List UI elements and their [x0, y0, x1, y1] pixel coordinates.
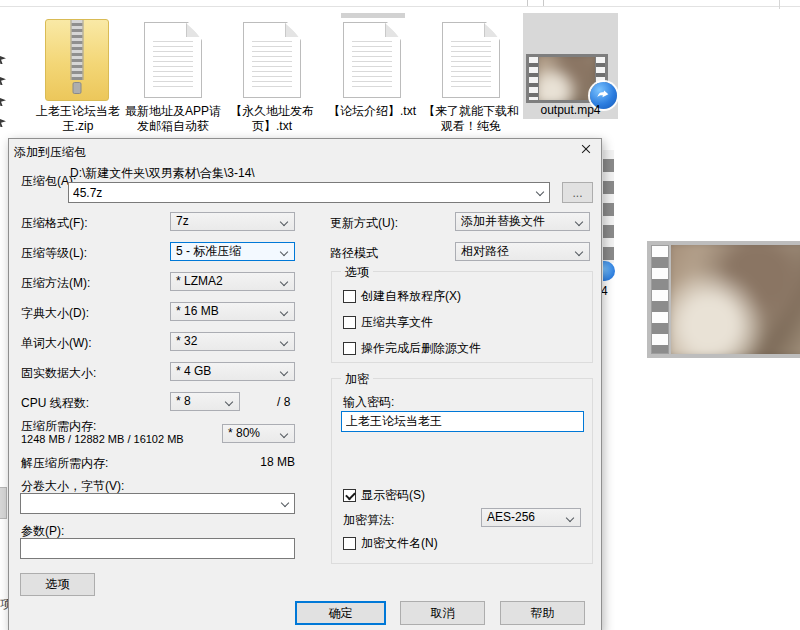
encrypt-filenames-checkbox[interactable]: 加密文件名(N)	[343, 535, 438, 552]
dictionary-label: 字典大小(D):	[21, 305, 89, 322]
decompress-memory-label: 解压缩所需内存:	[21, 455, 108, 472]
filmstrip-holes	[529, 57, 538, 100]
media-overlay-icon-fragment	[603, 261, 615, 281]
file-label: output.mp4	[523, 103, 618, 118]
window-edge-line	[779, 0, 780, 9]
file-label: 【来了就能下载和观看！纯免	[423, 104, 519, 134]
path-mode-combo[interactable]: 相对路径	[455, 242, 590, 261]
cpu-threads-combo[interactable]: * 8	[170, 392, 240, 411]
parameters-input[interactable]	[20, 538, 295, 559]
ok-button[interactable]: 确定	[295, 601, 386, 625]
combo-value: * 8	[176, 394, 191, 408]
update-mode-combo[interactable]: 添加并替换文件	[455, 212, 590, 231]
combo-value: 7z	[176, 214, 189, 228]
combo-value: * LZMA2	[176, 274, 223, 288]
desktop-file-zip[interactable]: 上老王论坛当老王.zip	[28, 14, 128, 132]
desktop-file-video-selected[interactable]: output.mp4	[523, 13, 618, 119]
method-combo[interactable]: * LZMA2	[170, 272, 295, 291]
close-button[interactable]	[571, 139, 601, 159]
zipper-icon	[71, 20, 84, 80]
pin-icon	[0, 55, 6, 64]
chevron-down-icon	[575, 248, 583, 256]
combo-value: * 4 GB	[176, 364, 211, 378]
archive-path: D:\新建文件夹\双男素材\合集\3-14\	[70, 165, 255, 182]
background-window-fragment	[0, 487, 7, 519]
video-preview-filmstrip[interactable]	[647, 241, 800, 358]
path-mode-label: 路径模式	[330, 245, 378, 262]
chevron-down-icon	[280, 430, 288, 438]
checkbox-label: 加密文件名(N)	[361, 535, 438, 552]
chevron-down-icon	[280, 368, 288, 376]
encryption-method-combo[interactable]: AES-256	[481, 508, 581, 527]
level-label: 压缩等级(L):	[21, 245, 87, 262]
archive-name-input[interactable]	[68, 182, 550, 203]
checkbox-label: 创建自释放程序(X)	[361, 288, 461, 305]
group-title: 选项	[341, 264, 373, 281]
combo-value: 相对路径	[461, 244, 509, 258]
cancel-button[interactable]: 取消	[400, 601, 485, 625]
checkbox-label: 显示密码(S)	[361, 487, 425, 504]
text-file-icon	[343, 22, 401, 98]
desktop-file-txt[interactable]: 最新地址及APP请发邮箱自动获	[123, 14, 223, 132]
combo-value: 5 - 标准压缩	[176, 244, 241, 258]
checkbox-icon	[343, 290, 356, 303]
video-thumbnail-placeholder	[539, 57, 595, 100]
desktop-file-txt[interactable]: 【论坛介绍】.txt	[318, 14, 426, 132]
word-size-combo[interactable]: * 32	[170, 332, 295, 351]
file-label: 【永久地址发布页】.txt	[224, 104, 320, 134]
window-edge-tick	[543, 0, 544, 6]
volume-size-input[interactable]	[20, 493, 295, 514]
shared-files-checkbox[interactable]: 压缩共享文件	[343, 314, 433, 331]
archive-name-combo[interactable]	[68, 182, 550, 203]
combo-value: * 32	[176, 334, 197, 348]
chevron-down-icon	[280, 308, 288, 316]
update-mode-label: 更新方式(U):	[330, 215, 398, 232]
window-edge-tick	[527, 0, 528, 6]
options-button[interactable]: 选项	[20, 573, 95, 596]
chevron-down-icon	[280, 218, 288, 226]
checkbox-icon	[343, 537, 356, 550]
chevron-down-icon	[280, 278, 288, 286]
combo-value: * 80%	[228, 426, 260, 440]
browse-button[interactable]: ...	[562, 182, 593, 203]
desktop: 项目 上老王论坛当老王.zip 最新地址及APP请发邮箱自动获 【永久地址发布页…	[0, 0, 800, 630]
desktop-file-txt[interactable]: 【永久地址发布页】.txt	[222, 14, 322, 132]
text-file-icon	[442, 22, 500, 98]
password-input[interactable]	[341, 411, 584, 432]
create-sfx-checkbox[interactable]: 创建自释放程序(X)	[343, 288, 461, 305]
background-video-icon-fragment	[603, 150, 614, 263]
combo-value: * 16 MB	[176, 304, 219, 318]
cpu-threads-max: / 8	[277, 395, 290, 409]
filmstrip-holes	[651, 245, 669, 354]
level-combo[interactable]: 5 - 标准压缩	[170, 242, 295, 261]
method-label: 压缩方法(M):	[21, 275, 90, 292]
window-edge-line	[0, 6, 800, 7]
close-icon	[581, 144, 592, 155]
password-label: 输入密码:	[343, 394, 394, 411]
show-password-checkbox[interactable]: 显示密码(S)	[343, 487, 425, 504]
encryption-group: 加密 输入密码: 显示密码(S) 加密算法: AES-256 加密文件名(N)	[331, 378, 593, 564]
decompress-memory-value: 18 MB	[245, 455, 295, 469]
dialog-title: 添加到压缩包	[14, 144, 86, 161]
solid-block-combo[interactable]: * 4 GB	[170, 362, 295, 381]
checkbox-icon	[343, 489, 356, 502]
desktop-file-txt[interactable]: 【来了就能下载和观看！纯免	[420, 14, 522, 132]
options-group: 选项 创建自释放程序(X) 压缩共享文件 操作完成后删除源文件	[331, 271, 593, 363]
file-label: 上老王论坛当老王.zip	[30, 104, 126, 134]
memory-usage-value: 1248 MB / 12882 MB / 16102 MB	[21, 433, 184, 445]
help-button[interactable]: 帮助	[500, 601, 585, 625]
zip-file-icon	[45, 19, 109, 101]
pin-icon	[0, 118, 6, 127]
pin-icon	[0, 97, 6, 106]
delete-after-checkbox[interactable]: 操作完成后删除源文件	[343, 340, 481, 357]
word-size-label: 单词大小(W):	[21, 335, 92, 352]
chevron-down-icon	[280, 338, 288, 346]
checkbox-label: 操作完成后删除源文件	[361, 340, 481, 357]
checkbox-icon	[343, 316, 356, 329]
dictionary-combo[interactable]: * 16 MB	[170, 302, 295, 321]
format-combo[interactable]: 7z	[170, 212, 295, 231]
volume-size-combo[interactable]	[20, 493, 295, 514]
memory-percent-combo[interactable]: * 80%	[222, 424, 295, 443]
background-file-label: 4	[601, 284, 608, 298]
format-label: 压缩格式(F):	[21, 215, 88, 232]
